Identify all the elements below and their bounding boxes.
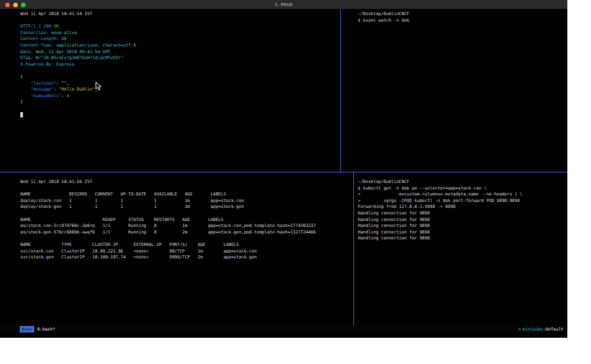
terminal-line bbox=[20, 18, 340, 24]
terminal-line: Handling connection for 9898 bbox=[358, 235, 567, 242]
kube-namespace-label: :default bbox=[543, 327, 563, 332]
terminal-line: HTTP/1.1 200 OK bbox=[20, 24, 340, 30]
terminal-line: NAME READY STATUS RESTARTS AGE LABELS bbox=[20, 217, 353, 224]
terminal-window: 1. tmux Wed 11 Apr 2018 10:41:54 IST HTT… bbox=[0, 0, 567, 338]
terminal-line: Handling connection for 9898 bbox=[358, 223, 567, 230]
terminal-line: ETag: W/"38-05coCsrg3mQ75sHr1d/qcMTwYZc" bbox=[20, 55, 340, 62]
terminal-line bbox=[20, 106, 340, 112]
terminal-line: po/stock-con-5cc874766c-2p6rp 1/1 Runnin… bbox=[20, 223, 353, 230]
terminal-line: Forwarding from 127.0.0.1:9898 -> 9898 bbox=[358, 204, 567, 211]
terminal-line: Connection: keep-alive bbox=[20, 30, 340, 37]
terminal-line: ~/Desktop/DublinCNCF bbox=[358, 179, 567, 186]
mouse-cursor bbox=[95, 81, 102, 91]
terminal-line bbox=[20, 186, 353, 192]
pane-kubectl-resources[interactable]: Wed 11 Apr 2018 10:41:56 IST NAME DESIRE… bbox=[0, 172, 353, 325]
window-title: 1. tmux bbox=[0, 0, 567, 9]
terminal-line: X-Powered-By: Express bbox=[20, 62, 340, 68]
kube-context-label: minikube bbox=[522, 327, 542, 332]
terminal-line: Wed 11 Apr 2018 10:41:56 IST bbox=[20, 179, 353, 186]
terminal-line: "lastseen": "", bbox=[20, 81, 340, 87]
terminal-line: NAME DESIRED CURRENT UP-TO-DATE AVAILABL… bbox=[20, 192, 353, 198]
terminal-line: deploy/stock-gen 1 1 1 1 2m app=stock-ge… bbox=[20, 204, 353, 211]
pane-http-response[interactable]: Wed 11 Apr 2018 10:41:54 IST HTTP/1.1 20… bbox=[0, 9, 340, 172]
terminal-line bbox=[20, 235, 353, 242]
terminal-line: $ kubectl get -n dok po --selector=app=s… bbox=[358, 186, 567, 192]
terminal-line: Date: Wed, 11 Apr 2018 09:41:54 GMT bbox=[20, 49, 340, 56]
terminal-line: Handling connection for 9898 bbox=[358, 211, 567, 217]
terminal-line: > -o=custom-columns=:metadata.name --no-… bbox=[358, 192, 567, 198]
terminal-line: > xargs -IPOD kubectl -n dok port-forwar… bbox=[358, 198, 567, 205]
window-label[interactable]: 0:bash* bbox=[37, 327, 55, 332]
terminal-line: svc/stock-gen ClusterIP 10.109.197.74 <n… bbox=[20, 254, 353, 261]
terminal-line bbox=[20, 211, 353, 217]
terminal-line: "numsymbols": 4 bbox=[20, 93, 340, 100]
terminal-line bbox=[20, 68, 340, 74]
window-titlebar: 1. tmux bbox=[0, 0, 567, 9]
terminal-line: } bbox=[20, 99, 340, 106]
terminal-line: po/stock-gen-576cc688bb-swqf6 1/1 Runnin… bbox=[20, 230, 353, 236]
session-name-badge: demo bbox=[20, 326, 34, 333]
terminal-line: Content-Type: application/json; charset=… bbox=[20, 43, 340, 49]
terminal-line: Wed 11 Apr 2018 10:41:54 IST bbox=[20, 11, 340, 18]
tmux-status-bar: demo 0:bash* ⎈ minikube :default bbox=[0, 325, 567, 333]
terminal-line: deploy/stock-con 1 1 1 1 1m app=stock-co… bbox=[20, 198, 353, 205]
terminal-line: { bbox=[20, 74, 340, 81]
terminal-line: Handling connection for 9898 bbox=[358, 230, 567, 236]
terminal-line: ~/Desktop/DublinCNCF bbox=[358, 11, 567, 18]
terminal-line: NAME TYPE CLUSTER-IP EXTERNAL-IP PORT(S)… bbox=[20, 242, 353, 249]
pane-port-forward[interactable]: ~/Desktop/DublinCNCF$ kubectl get -n dok… bbox=[354, 172, 567, 325]
terminal-line: $ ksync watch -n dok bbox=[358, 18, 567, 24]
pane-ksync-watch[interactable]: ~/Desktop/DublinCNCF$ ksync watch -n dok bbox=[341, 9, 567, 172]
terminal-line: Handling connection for 9898 bbox=[358, 217, 567, 224]
terminal-line: "message": "Hello Dublin", bbox=[20, 87, 340, 93]
terminal-line: svc/stock-con ClusterIP 10.99.222.96 <no… bbox=[20, 249, 353, 255]
terminal-line bbox=[20, 112, 340, 119]
terminal-line: Content-Length: 56 bbox=[20, 36, 340, 43]
kubernetes-helm-icon: ⎈ bbox=[518, 327, 521, 332]
